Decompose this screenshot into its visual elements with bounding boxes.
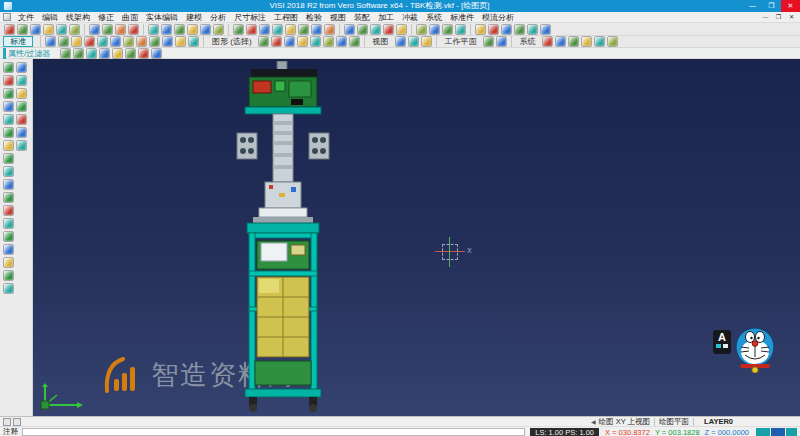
- menu-item[interactable]: 编辑: [38, 12, 62, 23]
- tool-icon[interactable]: [475, 24, 486, 35]
- tool-icon[interactable]: [4, 24, 15, 35]
- machine-model[interactable]: [231, 61, 353, 413]
- active-view-button[interactable]: 绘图 XY 上视图: [599, 417, 651, 427]
- tool-icon[interactable]: [324, 24, 335, 35]
- tool-icon[interactable]: [271, 36, 282, 47]
- tool-icon[interactable]: [429, 24, 440, 35]
- draw-plane-button[interactable]: 绘图平面: [659, 417, 689, 427]
- menu-item[interactable]: 模流分析: [478, 12, 518, 23]
- tool-icon[interactable]: [16, 101, 27, 112]
- tool-icon[interactable]: [3, 127, 14, 138]
- tool-icon[interactable]: [99, 48, 110, 59]
- tool-icon[interactable]: [581, 36, 592, 47]
- tool-icon[interactable]: [71, 36, 82, 47]
- tool-icon[interactable]: [200, 24, 211, 35]
- tool-icon[interactable]: [16, 88, 27, 99]
- tool-icon[interactable]: [3, 75, 14, 86]
- tool-icon[interactable]: [3, 218, 14, 229]
- tool-icon[interactable]: [151, 48, 162, 59]
- tool-icon[interactable]: [285, 24, 296, 35]
- menu-item[interactable]: 检验: [302, 12, 326, 23]
- menu-item[interactable]: 建模: [182, 12, 206, 23]
- child-close-button[interactable]: ✕: [785, 12, 798, 22]
- tool-icon[interactable]: [3, 101, 14, 112]
- tool-icon[interactable]: [136, 36, 147, 47]
- tool-icon[interactable]: [112, 48, 123, 59]
- tool-icon[interactable]: [542, 36, 553, 47]
- menu-item[interactable]: 工程图: [270, 12, 302, 23]
- menu-item[interactable]: 视图: [326, 12, 350, 23]
- tool-icon[interactable]: [344, 24, 355, 35]
- tool-icon[interactable]: [174, 24, 185, 35]
- tool-icon[interactable]: [115, 24, 126, 35]
- tool-icon[interactable]: [594, 36, 605, 47]
- layer-selector[interactable]: LAYER0: [704, 417, 733, 426]
- tool-icon[interactable]: [86, 48, 97, 59]
- back-arrow-icon[interactable]: ◀: [591, 418, 596, 425]
- tool-icon[interactable]: [97, 36, 108, 47]
- tool-icon[interactable]: [16, 114, 27, 125]
- menu-item[interactable]: 装配: [350, 12, 374, 23]
- tool-icon[interactable]: [416, 24, 427, 35]
- toolbar-tab[interactable]: 标准: [3, 36, 33, 47]
- tool-icon[interactable]: [125, 48, 136, 59]
- tool-icon[interactable]: [527, 24, 538, 35]
- tool-icon[interactable]: [3, 257, 14, 268]
- tool-icon[interactable]: [442, 24, 453, 35]
- tool-icon[interactable]: [297, 36, 308, 47]
- maximize-button[interactable]: ❐: [762, 0, 781, 12]
- toolbar-tab[interactable]: 属性/过滤器: [3, 48, 56, 59]
- tool-icon[interactable]: [187, 24, 198, 35]
- child-minimize-button[interactable]: —: [759, 12, 772, 22]
- tool-icon[interactable]: [3, 205, 14, 216]
- tool-icon[interactable]: [17, 24, 28, 35]
- tool-icon[interactable]: [3, 153, 14, 164]
- tool-icon[interactable]: [272, 24, 283, 35]
- tool-icon[interactable]: [213, 24, 224, 35]
- tool-icon[interactable]: [138, 48, 149, 59]
- tool-icon[interactable]: [128, 24, 139, 35]
- tool-icon[interactable]: [123, 36, 134, 47]
- tool-icon[interactable]: [488, 24, 499, 35]
- tool-icon[interactable]: [3, 244, 14, 255]
- close-button[interactable]: ✕: [781, 0, 800, 12]
- tool-icon[interactable]: [3, 192, 14, 203]
- tool-icon[interactable]: [162, 36, 173, 47]
- tool-icon[interactable]: [102, 24, 113, 35]
- viewport-3d[interactable]: 智造资料网: [33, 59, 800, 416]
- tool-icon[interactable]: [514, 24, 525, 35]
- tool-icon[interactable]: [60, 48, 71, 59]
- tool-icon[interactable]: [149, 36, 160, 47]
- tool-icon[interactable]: [3, 179, 14, 190]
- tool-icon[interactable]: [323, 36, 334, 47]
- menu-item[interactable]: 系统: [422, 12, 446, 23]
- tool-icon[interactable]: [311, 24, 322, 35]
- tool-icon[interactable]: [496, 36, 507, 47]
- tool-icon[interactable]: [383, 24, 394, 35]
- tool-icon[interactable]: [161, 24, 172, 35]
- grid-toggle-icon[interactable]: [13, 418, 21, 426]
- tool-icon[interactable]: [259, 24, 270, 35]
- child-restore-button[interactable]: ❐: [772, 12, 785, 22]
- menu-item[interactable]: 线架构: [62, 12, 94, 23]
- tool-icon[interactable]: [607, 36, 618, 47]
- tool-icon[interactable]: [555, 36, 566, 47]
- tool-icon[interactable]: [336, 36, 347, 47]
- menu-item[interactable]: 标准件: [446, 12, 478, 23]
- menu-item[interactable]: 加工: [374, 12, 398, 23]
- tool-icon[interactable]: [246, 24, 257, 35]
- tool-icon[interactable]: [56, 24, 67, 35]
- tool-icon[interactable]: [284, 36, 295, 47]
- tool-icon[interactable]: [568, 36, 579, 47]
- tool-icon[interactable]: [3, 140, 14, 151]
- tool-icon[interactable]: [3, 283, 14, 294]
- tool-icon[interactable]: [370, 24, 381, 35]
- tool-icon[interactable]: [3, 270, 14, 281]
- tool-icon[interactable]: [233, 24, 244, 35]
- tool-icon[interactable]: [110, 36, 121, 47]
- snap-toggle-icon[interactable]: [3, 418, 11, 426]
- tool-icon[interactable]: [396, 24, 407, 35]
- tool-icon[interactable]: [310, 36, 321, 47]
- command-input[interactable]: [22, 428, 525, 436]
- menu-item[interactable]: 冲裁: [398, 12, 422, 23]
